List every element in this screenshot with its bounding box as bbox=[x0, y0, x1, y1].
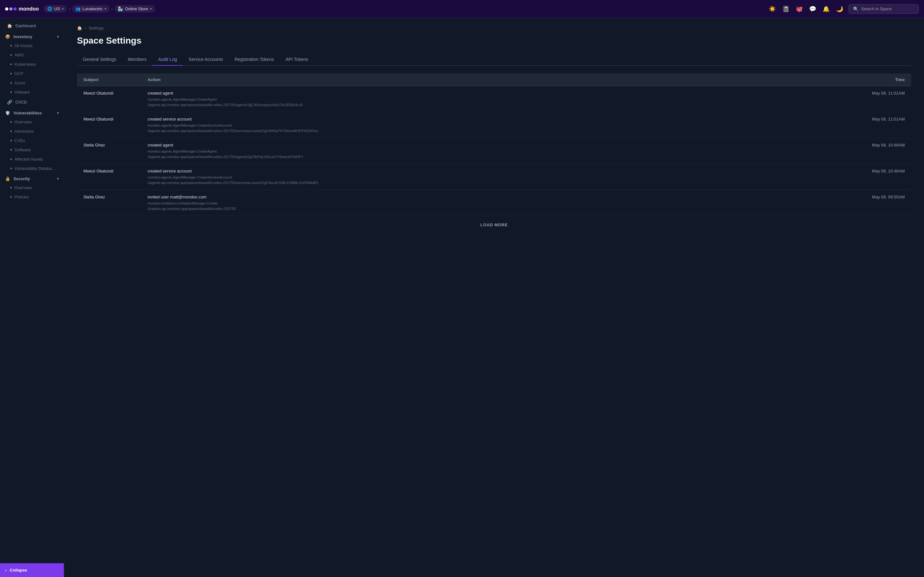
sidebar-label-dashboard: Dashboard bbox=[15, 23, 36, 28]
dot-icon bbox=[10, 63, 12, 65]
sidebar-item-advisories[interactable]: Advisories bbox=[0, 127, 64, 136]
sidebar-header-inventory[interactable]: 📦 Inventory ▾ bbox=[0, 31, 64, 41]
cell-subject: Mwezi Obatundi bbox=[77, 112, 141, 138]
sidebar-item-gcp[interactable]: GCP bbox=[0, 69, 64, 78]
main-layout: 🏠 Dashboard 📦 Inventory ▾ All Assets AWS… bbox=[0, 18, 924, 577]
col-subject: Subject bbox=[77, 73, 141, 86]
sidebar: 🏠 Dashboard 📦 Inventory ▾ All Assets AWS… bbox=[0, 18, 64, 577]
load-more-button[interactable]: LOAD MORE bbox=[77, 218, 911, 232]
tabs-bar: General Settings Members Audit Log Servi… bbox=[77, 53, 911, 66]
sun-button[interactable]: ☀️ bbox=[767, 4, 777, 14]
space-label: Online Store bbox=[125, 6, 148, 11]
table-row: Mwezi Obatundi created service account m… bbox=[77, 164, 911, 190]
collapse-button[interactable]: ‹ Collapse bbox=[0, 563, 64, 577]
bell-button[interactable]: 🔔 bbox=[821, 4, 831, 14]
tab-audit-log[interactable]: Audit Log bbox=[152, 53, 183, 66]
table-header-row: Subject Action Time bbox=[77, 73, 911, 86]
sidebar-item-all-assets[interactable]: All Assets bbox=[0, 41, 64, 50]
tab-api-tokens[interactable]: API Tokens bbox=[280, 53, 314, 66]
space-parent-label: Lunalectric bbox=[82, 6, 103, 11]
space-parent-selector[interactable]: Lunalectric ▾ bbox=[72, 5, 110, 13]
breadcrumb-current: Settings bbox=[89, 26, 103, 31]
action-detail: mondoo.invitations.InvitationManager.Cre… bbox=[148, 201, 853, 211]
chevron-down-icon-2: ▾ bbox=[105, 7, 106, 11]
org-selector[interactable]: US ▾ bbox=[44, 5, 67, 13]
dot-icon bbox=[10, 73, 12, 74]
sidebar-item-kubernetes[interactable]: Kubernetes bbox=[0, 60, 64, 69]
audit-table-body: Mwezi Obatundi created agent mondoo.agen… bbox=[77, 86, 911, 216]
globe-icon bbox=[47, 6, 52, 11]
table-row: Stella Ghez invited user matt@mondoo.com… bbox=[77, 190, 911, 216]
home-icon[interactable]: 🏠 bbox=[77, 26, 82, 31]
chevron-down-icon-3: ▾ bbox=[150, 7, 152, 11]
collapse-arrow-icon: ‹ bbox=[5, 568, 6, 572]
sidebar-item-sec-overview[interactable]: Overview bbox=[0, 183, 64, 192]
cell-time: May 08, 11:01AM bbox=[860, 86, 911, 112]
dot-icon bbox=[10, 196, 12, 198]
sidebar-item-vuln-overview[interactable]: Overview bbox=[0, 117, 64, 127]
sidebar-label-vulnerabilities: Vulnerabilities bbox=[13, 111, 42, 115]
sidebar-item-vuln-db[interactable]: Vulnerability Databa... bbox=[0, 164, 64, 173]
sidebar-item-affected-assets[interactable]: Affected Assets bbox=[0, 155, 64, 164]
sidebar-label-inventory: Inventory bbox=[13, 34, 32, 39]
action-label: created agent bbox=[148, 91, 853, 95]
sidebar-item-policies[interactable]: Policies bbox=[0, 192, 64, 201]
security-collapse-icon: ▾ bbox=[57, 177, 59, 181]
table-row: Mwezi Obatundi created agent mondoo.agen… bbox=[77, 86, 911, 112]
sidebar-item-aws[interactable]: AWS bbox=[0, 50, 64, 60]
search-icon: 🔍 bbox=[853, 6, 859, 11]
inventory-icon: 📦 bbox=[5, 34, 10, 39]
main-content: 🏠 › Settings Space Settings General Sett… bbox=[64, 18, 924, 577]
dot-icon bbox=[10, 149, 12, 151]
org-label: US bbox=[54, 6, 60, 11]
sidebar-item-cicd[interactable]: 🔗 CI/CD bbox=[2, 97, 62, 107]
dot-icon bbox=[10, 140, 12, 141]
dot-icon bbox=[10, 45, 12, 47]
cell-action: created service account mondoo.agents.Ag… bbox=[141, 164, 860, 190]
sidebar-item-dashboard[interactable]: 🏠 Dashboard bbox=[2, 21, 62, 31]
dot-icon bbox=[10, 82, 12, 84]
theme-toggle[interactable]: 🌙 bbox=[835, 4, 845, 14]
sidebar-item-software[interactable]: Software bbox=[0, 145, 64, 155]
sidebar-item-cves[interactable]: CVEs bbox=[0, 136, 64, 145]
store-icon bbox=[118, 6, 123, 11]
cell-subject: Stella Ghez bbox=[77, 138, 141, 164]
slack-button[interactable]: 💬 bbox=[808, 4, 817, 14]
space-selector[interactable]: Online Store ▾ bbox=[115, 5, 155, 13]
vuln-icon: 🛡️ bbox=[5, 111, 10, 115]
inventory-sub-items: All Assets AWS Kubernetes GCP Azure VMwa… bbox=[0, 41, 64, 97]
action-label: created service account bbox=[148, 117, 853, 121]
chevron-down-icon: ▾ bbox=[62, 7, 63, 11]
tab-members[interactable]: Members bbox=[122, 53, 152, 66]
table-row: Stella Ghez created agent mondoo.agents.… bbox=[77, 138, 911, 164]
action-label: created agent bbox=[148, 143, 853, 147]
search-bar[interactable]: 🔍 bbox=[848, 4, 919, 14]
table-row: Mwezi Obatundi created service account m… bbox=[77, 112, 911, 138]
github-button[interactable]: 🐙 bbox=[795, 4, 804, 14]
cell-time: May 08, 11:01AM bbox=[860, 112, 911, 138]
sidebar-header-vulnerabilities[interactable]: 🛡️ Vulnerabilities ▾ bbox=[0, 107, 64, 117]
tab-general[interactable]: General Settings bbox=[77, 53, 122, 66]
cell-action: created agent mondoo.agents.AgentManager… bbox=[141, 86, 860, 112]
dot-icon bbox=[10, 54, 12, 56]
action-detail: mondoo.agents.AgentManager.CreateService… bbox=[148, 123, 853, 133]
vuln-collapse-icon: ▾ bbox=[57, 111, 59, 115]
breadcrumb-sep-2: › bbox=[111, 6, 113, 11]
inventory-collapse-icon: ▾ bbox=[57, 35, 59, 39]
book-button[interactable]: 📓 bbox=[781, 4, 790, 14]
cell-subject: Stella Ghez bbox=[77, 190, 141, 216]
collapse-label: Collapse bbox=[10, 568, 27, 572]
logo[interactable]: mondoo bbox=[5, 6, 39, 12]
page-title: Space Settings bbox=[77, 35, 911, 46]
sidebar-item-vmware[interactable]: VMware bbox=[0, 87, 64, 97]
tab-registration-tokens[interactable]: Registration Tokens bbox=[229, 53, 280, 66]
sidebar-item-azure[interactable]: Azure bbox=[0, 78, 64, 87]
search-input[interactable] bbox=[861, 6, 914, 11]
sidebar-header-security[interactable]: 🔒 Security ▾ bbox=[0, 173, 64, 183]
breadcrumb-separator: › bbox=[85, 26, 86, 31]
action-detail: mondoo.agents.AgentManager.CreateAgent//… bbox=[148, 149, 853, 159]
tab-service-accounts[interactable]: Service Accounts bbox=[183, 53, 229, 66]
topnav-right: ☀️ 📓 🐙 💬 🔔 🌙 🔍 bbox=[767, 4, 919, 14]
sidebar-section-main: 🏠 Dashboard 📦 Inventory ▾ All Assets AWS… bbox=[0, 18, 64, 204]
audit-table: Subject Action Time Mwezi Obatundi creat… bbox=[77, 73, 911, 216]
